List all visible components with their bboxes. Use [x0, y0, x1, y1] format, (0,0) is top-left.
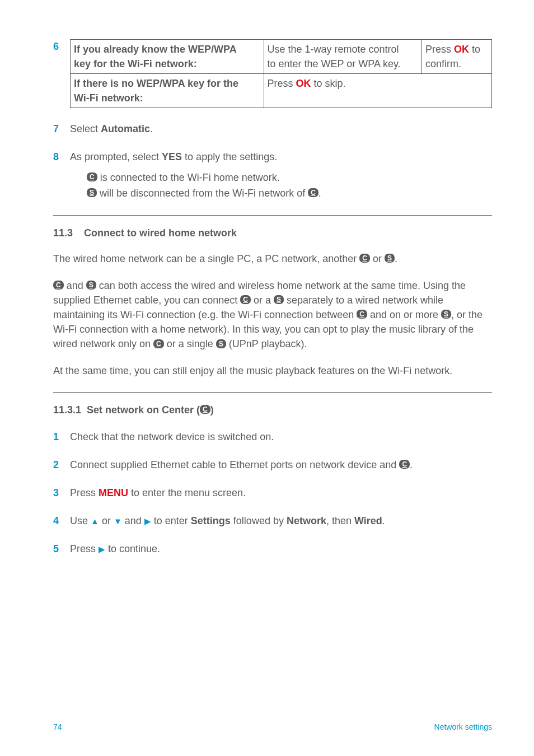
section-title: Connect to wired home network	[84, 227, 237, 239]
ok-label: OK	[454, 44, 469, 55]
down-arrow-icon: ▼	[114, 516, 122, 526]
station-icon: S	[385, 254, 395, 263]
station-icon: S	[274, 295, 284, 304]
text: followed by	[231, 515, 287, 526]
substep-3-body: Press MENU to enter the menu screen.	[70, 486, 492, 500]
step-6-body: If you already know the WEP/WPA key for …	[70, 39, 492, 108]
cell-know-key: If you already know the WEP/WPA key for …	[71, 40, 264, 74]
label-network: Network	[287, 515, 326, 526]
label: If you already know the WEP/WPA	[74, 44, 237, 55]
text: Check that the network device is switche…	[70, 431, 274, 442]
center-icon: C	[308, 188, 318, 197]
menu-label: MENU	[99, 487, 128, 498]
substep-2-body: Connect supplied Ethernet cable to Ether…	[70, 458, 492, 472]
result-line: S will be disconnected from the Wi-Fi ne…	[87, 186, 492, 200]
page-footer: 74 Network settings	[53, 721, 492, 732]
text: and	[122, 515, 144, 526]
substep-4: 4 Use ▲ or ▼ and ▶ to enter Settings fol…	[53, 514, 492, 528]
text: to enter the WEP or WPA key.	[268, 58, 401, 69]
text: .	[318, 188, 321, 199]
result-line: C is connected to the Wi-Fi home network…	[87, 170, 492, 185]
substep-3: 3 Press MENU to enter the menu screen.	[53, 486, 492, 500]
cell-press-ok: Press OK to confirm.	[422, 40, 492, 74]
label-automatic: Automatic	[101, 123, 150, 134]
paragraph: At the same time, you can still enjoy al…	[53, 363, 492, 378]
page-number: 74	[53, 721, 62, 732]
label-yes: YES	[162, 151, 182, 162]
text: is connected to the Wi-Fi home network.	[97, 172, 280, 183]
station-icon: S	[87, 188, 97, 197]
text: confirm.	[425, 58, 461, 69]
step-8: 8 As prompted, select YES to apply the s…	[53, 150, 492, 201]
substep-1-body: Check that the network device is switche…	[70, 430, 492, 444]
substep-4-number: 4	[53, 514, 70, 528]
text: and	[64, 280, 86, 291]
center-icon: C	[240, 295, 251, 304]
center-icon: C	[399, 460, 410, 469]
wep-wpa-table: If you already know the WEP/WPA key for …	[70, 39, 492, 108]
text: or	[370, 253, 385, 264]
center-icon: C	[200, 405, 210, 414]
up-arrow-icon: ▲	[91, 516, 99, 526]
paragraph: C and S can both access the wired and wi…	[53, 278, 492, 351]
center-icon: C	[359, 254, 370, 263]
text: to enter the menu screen.	[128, 487, 246, 498]
text: Press	[70, 543, 99, 554]
divider	[53, 215, 492, 216]
text: or a single	[164, 338, 216, 349]
table-row: If there is no WEP/WPA key for the Wi-Fi…	[71, 74, 492, 108]
substep-4-body: Use ▲ or ▼ and ▶ to enter Settings follo…	[70, 514, 492, 528]
text: Select	[70, 123, 101, 134]
text: , then	[326, 515, 354, 526]
text: to	[469, 44, 480, 55]
ok-label: OK	[296, 78, 311, 89]
step-7: 7 Select Automatic.	[53, 122, 492, 136]
text: or	[99, 515, 114, 526]
center-icon: C	[357, 310, 367, 319]
cell-press-ok-skip: Press OK to skip.	[264, 74, 492, 108]
substep-3-number: 3	[53, 486, 70, 500]
cell-no-key: If there is no WEP/WPA key for the Wi-Fi…	[71, 74, 264, 108]
text: At the same time, you can still enjoy al…	[53, 365, 452, 376]
text: or a	[251, 295, 274, 306]
text: Press	[425, 44, 454, 55]
text: .	[150, 123, 153, 134]
text: The wired home network can be a single P…	[53, 253, 359, 264]
step-7-body: Select Automatic.	[70, 122, 492, 136]
center-icon: C	[153, 339, 164, 348]
text: Press	[268, 78, 296, 89]
center-icon: C	[87, 172, 97, 181]
label: key for the Wi-Fi network:	[74, 58, 197, 69]
center-icon: C	[53, 281, 64, 290]
text: to apply the settings.	[182, 151, 277, 162]
text: Use the 1-way remote control	[268, 44, 399, 55]
paragraph: The wired home network can be a single P…	[53, 251, 492, 266]
text: and on or more	[367, 309, 441, 320]
text: Press	[70, 487, 99, 498]
label-settings: Settings	[191, 515, 231, 526]
text: to continue.	[105, 543, 160, 554]
text: .	[410, 459, 413, 470]
divider	[53, 392, 492, 393]
table-row: If you already know the WEP/WPA key for …	[71, 40, 492, 74]
substep-1-number: 1	[53, 430, 70, 444]
step-8-body: As prompted, select YES to apply the set…	[70, 150, 492, 201]
text: will be disconnected from the Wi-Fi netw…	[97, 188, 308, 199]
step-6: 6 If you already know the WEP/WPA key fo…	[53, 39, 492, 108]
substep-2-number: 2	[53, 458, 70, 472]
section-11-3-1-heading: 11.3.1 Set network on Center (C)	[53, 403, 492, 417]
text: As prompted, select	[70, 151, 162, 162]
section-title-part: )	[210, 404, 214, 416]
label: Wi-Fi network:	[74, 92, 143, 104]
step-8-results: C is connected to the Wi-Fi home network…	[87, 170, 492, 200]
step-8-number: 8	[53, 150, 70, 164]
section-number: 11.3.1	[53, 404, 81, 416]
text: Connect supplied Ethernet cable to Ether…	[70, 459, 399, 470]
step-6-number: 6	[53, 39, 70, 54]
text: .	[382, 515, 385, 526]
label: If there is no WEP/WPA key for the	[74, 78, 238, 89]
step-7-number: 7	[53, 122, 70, 136]
substep-2: 2 Connect supplied Ethernet cable to Eth…	[53, 458, 492, 472]
substep-5-body: Press ▶ to continue.	[70, 542, 492, 556]
substep-5: 5 Press ▶ to continue.	[53, 542, 492, 556]
